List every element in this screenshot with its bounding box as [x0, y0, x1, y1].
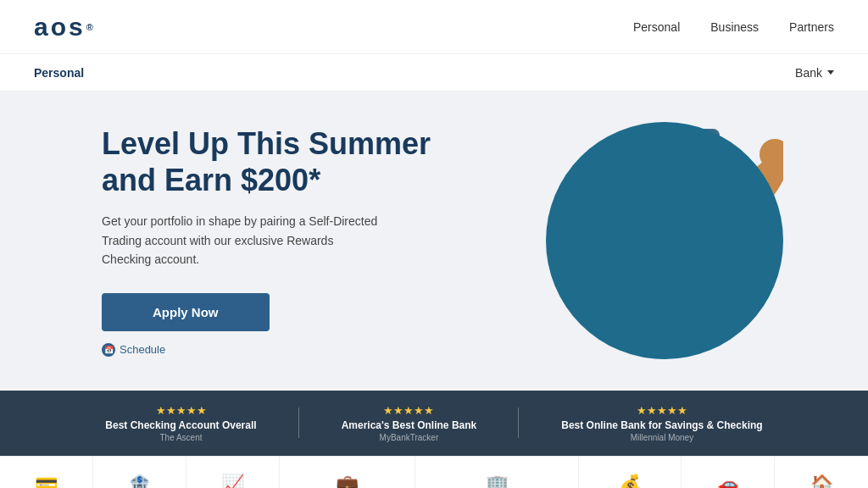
schedule-icon: 📅	[102, 343, 115, 357]
award-item-1: ★★★★★ Best Checking Account Overall The …	[63, 404, 298, 442]
secondary-personal-link[interactable]: Personal	[34, 66, 84, 80]
schedule-label: Schedule	[120, 343, 165, 356]
personal-loans-icon: 💰	[619, 474, 642, 488]
top-nav: a os® Personal Business Partners	[0, 0, 868, 54]
nav-small-business[interactable]: 💼 Small Business Banking	[280, 457, 415, 488]
nav-investing[interactable]: 📈 Investing	[186, 457, 280, 488]
award-title-1: Best Checking Account Overall	[105, 419, 256, 431]
commercial-icon: 🏢	[486, 474, 509, 488]
bottom-icon-nav: 💳 Checking 🏦 Savings 📈 Investing 💼 Small…	[0, 456, 868, 488]
nav-business[interactable]: Business	[710, 20, 759, 34]
hero-subtitle: Get your portfolio in shape by pairing a…	[102, 212, 381, 269]
award-stars-2: ★★★★★	[342, 404, 477, 417]
secondary-nav-left: Personal	[34, 65, 84, 80]
nav-auto-loans[interactable]: 🚗 Auto Loans	[682, 457, 775, 488]
award-title-3: Best Online Bank for Savings & Checking	[561, 419, 762, 431]
award-source-2: MyBankTracker	[342, 433, 477, 442]
award-stars-3: ★★★★★	[561, 404, 762, 417]
hero-section: Level Up This Summer and Earn $200* Get …	[0, 92, 868, 391]
nav-partners[interactable]: Partners	[789, 20, 834, 34]
hero-content: Level Up This Summer and Earn $200* Get …	[102, 125, 458, 357]
nav-commercial[interactable]: 🏢 Commercial Banking & Lending	[415, 457, 580, 488]
savings-icon: 🏦	[128, 474, 151, 488]
secondary-nav-right[interactable]: Bank	[795, 66, 834, 80]
award-title-2: America's Best Online Bank	[342, 419, 477, 431]
hero-circle	[546, 122, 783, 359]
award-source-1: The Ascent	[105, 433, 256, 442]
apply-now-button[interactable]: Apply Now	[102, 293, 270, 331]
schedule-link[interactable]: 📅 Schedule	[102, 343, 458, 357]
award-item-2: ★★★★★ America's Best Online Bank MyBankT…	[299, 404, 520, 442]
nav-checking[interactable]: 💳 Checking	[0, 457, 93, 488]
mortgage-icon: 🏠	[810, 474, 833, 488]
nav-savings[interactable]: 🏦 Savings	[93, 457, 186, 488]
award-item-3: ★★★★★ Best Online Bank for Savings & Che…	[519, 404, 804, 442]
nav-mortgage[interactable]: 🏠 Mortgage	[775, 457, 868, 488]
award-source-3: Millennial Money	[561, 433, 762, 442]
checking-icon: 💳	[35, 474, 58, 488]
secondary-nav: Personal Bank	[0, 54, 868, 92]
award-stars-1: ★★★★★	[105, 404, 256, 417]
logo-registered: ®	[86, 22, 96, 32]
nav-personal-loans[interactable]: 💰 Personal Loans	[579, 457, 682, 488]
logo: a os®	[34, 13, 96, 42]
chevron-down-icon	[827, 70, 834, 75]
auto-loans-icon: 🚗	[716, 474, 739, 488]
nav-personal[interactable]: Personal	[633, 20, 680, 34]
small-business-icon: 💼	[336, 474, 359, 488]
investing-icon: 📈	[221, 474, 244, 488]
bank-label: Bank	[795, 66, 822, 80]
hero-title: Level Up This Summer and Earn $200*	[102, 125, 458, 198]
hero-visual	[444, 92, 868, 391]
awards-bar: ★★★★★ Best Checking Account Overall The …	[0, 391, 868, 456]
top-nav-links: Personal Business Partners	[633, 20, 834, 34]
